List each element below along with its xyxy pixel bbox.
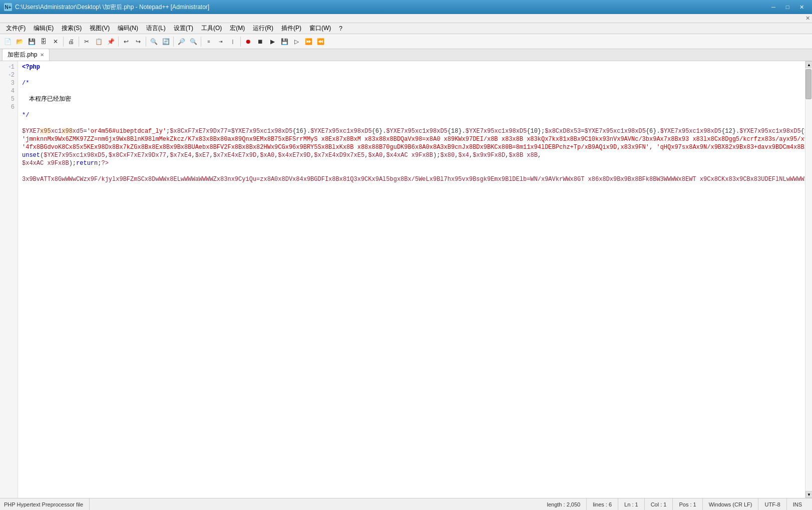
line-number-4: 4 xyxy=(0,87,18,95)
toolbar-wrap[interactable]: ⇥ xyxy=(215,36,226,47)
editor-scrollbar[interactable]: ▲ ▼ xyxy=(805,61,812,498)
line-number-5: 5 xyxy=(0,95,18,103)
close-button[interactable]: ✕ xyxy=(795,3,808,12)
toolbar-separator-6 xyxy=(201,37,201,47)
line-numbers: ▫1 ▫2 3 4 5 6 xyxy=(0,61,18,498)
scroll-up-arrow[interactable]: ▲ xyxy=(805,61,812,68)
toolbar-print[interactable]: 🖨 xyxy=(66,36,77,47)
ln-label: Ln : 1 xyxy=(624,501,638,507)
toolbar-run-cmd[interactable]: ▷ xyxy=(291,36,302,47)
statusbar: PHP Hypertext Preprocessor file length :… xyxy=(0,498,812,510)
toolbar-separator-2 xyxy=(79,37,79,47)
line-number-6: 6 xyxy=(0,103,18,111)
status-length: length : 2,050 xyxy=(541,498,587,510)
toolbar-macro-stop[interactable]: ⏹ xyxy=(255,36,266,47)
scrollbar-thumb[interactable] xyxy=(805,69,811,99)
eol-label: Windows (CR LF) xyxy=(709,501,752,507)
menu-settings[interactable]: 设置(T) xyxy=(170,23,197,34)
toolbar-save-all[interactable]: 🗄 xyxy=(38,36,49,47)
toolbar-macro-save[interactable]: 💾 xyxy=(279,36,290,47)
toolbar-find[interactable]: 🔍 xyxy=(148,36,159,47)
tabbar: 加密后.php ✕ xyxy=(0,49,812,61)
toolbar-redo[interactable]: ↪ xyxy=(133,36,144,47)
toolbar-copy[interactable]: 📋 xyxy=(93,36,104,47)
menu-window[interactable]: 窗口(W) xyxy=(305,23,335,34)
menu-encoding[interactable]: 编码(N) xyxy=(114,23,142,34)
col-label: Col : 1 xyxy=(651,501,667,507)
menu-plugins[interactable]: 插件(P) xyxy=(277,23,305,34)
status-lines: lines : 6 xyxy=(587,498,618,510)
toolbar-undo[interactable]: ↩ xyxy=(121,36,132,47)
app-icon: N+ xyxy=(4,3,12,11)
tab-close-button[interactable]: ✕ xyxy=(40,52,44,58)
toolbar-zoom-out[interactable]: 🔍 xyxy=(188,36,199,47)
menu-run[interactable]: 运行(R) xyxy=(249,23,277,34)
menubar: 文件(F) 编辑(E) 搜索(S) 视图(V) 编码(N) 语言(L) 设置(T… xyxy=(0,23,812,34)
titlebar-buttons: ─ □ ✕ xyxy=(767,3,808,12)
line-number-3: 3 xyxy=(0,79,18,87)
menu-tools[interactable]: 工具(O) xyxy=(197,23,226,34)
toolbar-macro-play[interactable]: ▶ xyxy=(267,36,278,47)
menu-search[interactable]: 搜索(S) xyxy=(58,23,86,34)
tab-label: 加密后.php xyxy=(8,51,37,59)
toolbar-zoom-in[interactable]: 🔎 xyxy=(176,36,187,47)
minimize-button[interactable]: ─ xyxy=(767,3,780,12)
toolbar-separator-1 xyxy=(63,37,64,47)
length-label: length : 2,050 xyxy=(547,501,581,507)
secondary-close-row: ✕ xyxy=(0,14,812,23)
toolbar-indent-guide[interactable]: | xyxy=(227,36,238,47)
toolbar-cut[interactable]: ✂ xyxy=(81,36,92,47)
toolbar-save[interactable]: 💾 xyxy=(26,36,37,47)
status-encoding: UTF-8 xyxy=(758,498,786,510)
status-filetype: PHP Hypertext Preprocessor file xyxy=(4,498,90,510)
toolbar-sync-scroll[interactable]: ≡ xyxy=(203,36,214,47)
encoding-label: UTF-8 xyxy=(764,501,780,507)
maximize-button[interactable]: □ xyxy=(781,3,794,12)
toolbar-close[interactable]: ✕ xyxy=(50,36,61,47)
editor-container: ▫1 ▫2 3 4 5 6 <?php /* 本程序已经加密 */ $YXE7x… xyxy=(0,61,812,498)
toolbar-prev-result[interactable]: ⏪ xyxy=(315,36,326,47)
titlebar-title: C:\Users\Administrator\Desktop\ \加密后.php… xyxy=(15,3,767,12)
ins-label: INS xyxy=(793,501,802,507)
menu-edit[interactable]: 编辑(E) xyxy=(30,23,58,34)
line-number-1: ▫1 xyxy=(0,63,18,71)
tab-file[interactable]: 加密后.php ✕ xyxy=(2,49,50,61)
status-pos: Pos : 1 xyxy=(673,498,702,510)
lines-label: lines : 6 xyxy=(593,501,612,507)
menu-view[interactable]: 视图(V) xyxy=(86,23,114,34)
menu-language[interactable]: 语言(L) xyxy=(142,23,170,34)
menu-file[interactable]: 文件(F) xyxy=(2,23,30,34)
code-editor[interactable]: <?php /* 本程序已经加密 */ $YXE7x95xc1x98xd5='o… xyxy=(18,61,805,498)
toolbar-separator-5 xyxy=(173,37,174,47)
status-eol: Windows (CR LF) xyxy=(703,498,759,510)
toolbar-macro-rec[interactable]: ⏺ xyxy=(243,36,254,47)
toolbar-next-result[interactable]: ⏩ xyxy=(303,36,314,47)
toolbar-separator-4 xyxy=(146,37,146,47)
status-ln: Ln : 1 xyxy=(618,498,645,510)
toolbar-paste[interactable]: 📌 xyxy=(105,36,116,47)
filetype-label: PHP Hypertext Preprocessor file xyxy=(4,501,83,507)
toolbar-open[interactable]: 📂 xyxy=(14,36,25,47)
scroll-down-arrow[interactable]: ▼ xyxy=(805,491,812,498)
toolbar-separator-7 xyxy=(240,37,241,47)
toolbar-separator-3 xyxy=(118,37,119,47)
menu-macro[interactable]: 宏(M) xyxy=(226,23,249,34)
line-number-2: ▫2 xyxy=(0,71,18,79)
pos-label: Pos : 1 xyxy=(679,501,696,507)
secondary-close-button[interactable]: ✕ xyxy=(805,15,810,22)
status-col: Col : 1 xyxy=(645,498,673,510)
toolbar-new[interactable]: 📄 xyxy=(2,36,13,47)
titlebar: N+ C:\Users\Administrator\Desktop\ \加密后.… xyxy=(0,0,812,14)
toolbar: 📄 📂 💾 🗄 ✕ 🖨 ✂ 📋 📌 ↩ ↪ 🔍 🔄 🔎 🔍 ≡ ⇥ | ⏺ ⏹ … xyxy=(0,34,812,49)
scrollbar-track[interactable] xyxy=(805,68,812,491)
toolbar-replace[interactable]: 🔄 xyxy=(160,36,171,47)
menu-help[interactable]: ? xyxy=(335,24,346,33)
status-ins: INS xyxy=(787,498,808,510)
